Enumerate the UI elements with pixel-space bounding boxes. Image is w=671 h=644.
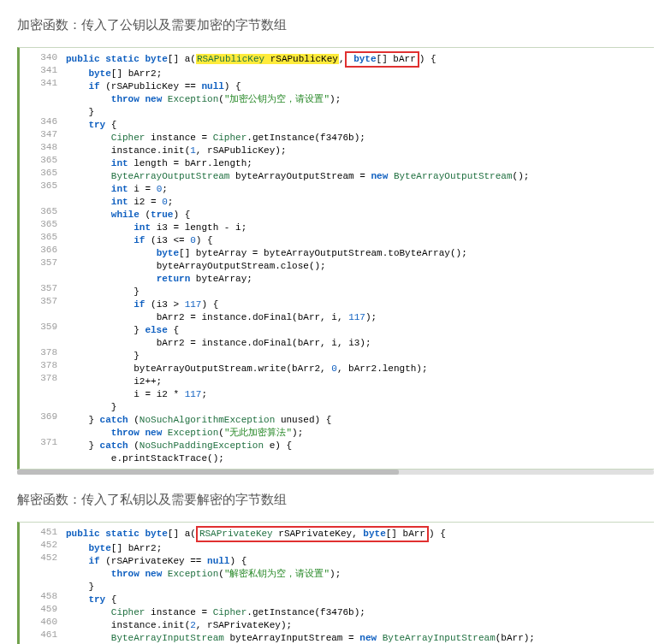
section-title-decrypt: 解密函数：传入了私钥以及需要解密的字节数组 xyxy=(17,492,654,508)
code-decrypt: public static byte[] a(RSAPrivateKey rSA… xyxy=(62,523,654,644)
gutter-decrypt: 451452452 458459460461463 466 xyxy=(20,523,62,644)
scrollbar-hint xyxy=(17,470,654,475)
redbox-param-private: RSAPrivateKey rSAPrivateKey, byte[] bArr xyxy=(196,526,429,542)
redbox-param-bytearr: byte[] bArr xyxy=(345,51,419,68)
code-block-encrypt: 340341341 346347348365365365 36536536536… xyxy=(17,47,654,470)
highlight-rsapublickey: RSAPublicKey rSAPublicKey xyxy=(196,54,339,64)
code-encrypt: public static byte[] a(RSAPublicKey rSAP… xyxy=(62,48,654,469)
code-block-decrypt: 451452452 458459460461463 466 public sta… xyxy=(17,522,654,644)
gutter-encrypt: 340341341 346347348365365365 36536536536… xyxy=(20,48,62,469)
section-title-encrypt: 加密函数：传入了公钥以及需要加密的字节数组 xyxy=(17,17,654,33)
